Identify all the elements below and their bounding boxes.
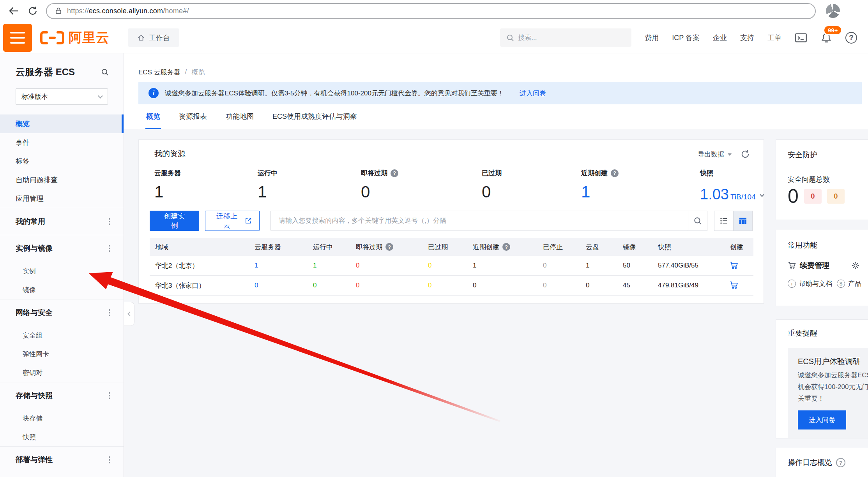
nav-item-support[interactable]: 支持 [740, 33, 754, 42]
list-view-button[interactable] [714, 211, 734, 231]
cloudshell-button[interactable] [795, 32, 807, 43]
cell-expiring[interactable]: 0 [350, 282, 423, 289]
banner-survey-link[interactable]: 进入问卷 [520, 89, 546, 98]
cell-expiring[interactable]: 0 [350, 262, 423, 269]
enter-survey-button[interactable]: 进入问卷 [798, 410, 846, 429]
survey-banner: 诚邀您参加云服务器ECS体验调研。仅需3-5分钟，有机会获得100-200元无门… [138, 82, 862, 104]
sidebar: 云服务器 ECS 标准版本 概览 事件 标签 自助问题排查 应用管理 我的常用 … [0, 53, 124, 477]
sidebar-group-deployment-header[interactable]: 部署与弹性 [0, 447, 124, 473]
migrate-button[interactable]: 迁移上云 [205, 211, 260, 231]
renewal-management-link[interactable]: 续费管理 [788, 261, 829, 271]
sidebar-group-network-header[interactable]: 网络与安全 [0, 299, 124, 326]
kebab-menu-icon[interactable] [109, 221, 110, 222]
global-search-input[interactable] [518, 34, 612, 42]
resource-search-button[interactable] [688, 211, 707, 231]
sidebar-title: 云服务器 ECS [16, 66, 75, 78]
tab-overview[interactable]: 概览 [145, 110, 161, 129]
sidebar-group-favorites-header[interactable]: 我的常用 [0, 208, 124, 235]
external-link-icon [245, 217, 252, 224]
sidebar-group-storage-header[interactable]: 存储与快照 [0, 382, 124, 409]
sidebar-group-network: 网络与安全 安全组 弹性网卡 密钥对 [0, 299, 124, 382]
info-icon [148, 88, 159, 98]
sidebar-item-instances[interactable]: 实例 [0, 262, 124, 280]
tab-feature-map[interactable]: 功能地图 [225, 110, 255, 129]
sidebar-item-images[interactable]: 镜像 [0, 280, 124, 299]
kebab-menu-icon[interactable] [109, 312, 110, 313]
nav-item-billing[interactable]: 费用 [645, 33, 659, 42]
sidebar-search-icon[interactable] [101, 68, 109, 76]
help-icon[interactable] [385, 243, 393, 251]
breadcrumb: ECS 云服务器 / 概览 [138, 68, 205, 77]
aliyun-logo[interactable]: 阿里云 [40, 29, 110, 47]
version-select[interactable]: 标准版本 [16, 88, 108, 105]
sidebar-item-app-management[interactable]: 应用管理 [0, 189, 124, 208]
refresh-button[interactable] [740, 149, 750, 159]
browser-back-button[interactable] [8, 5, 19, 17]
tab-resource-report[interactable]: 资源报表 [178, 110, 208, 129]
cell-disks: 0 [580, 282, 617, 289]
sidebar-item-overview[interactable]: 概览 [0, 114, 124, 133]
col-stopped: 已停止 [537, 243, 580, 252]
global-search-box[interactable] [500, 28, 631, 47]
notifications-button[interactable]: 99+ [820, 32, 832, 44]
cell-running[interactable]: 0 [308, 282, 350, 289]
kebab-menu-icon[interactable] [109, 459, 110, 461]
workbench-button[interactable]: 工作台 [128, 28, 179, 47]
sidebar-item-troubleshooting[interactable]: 自助问题排查 [0, 171, 124, 189]
usage-link[interactable]: 用 [851, 261, 861, 271]
caret-down-icon [728, 153, 732, 156]
export-data-button[interactable]: 导出数据 [698, 150, 732, 159]
resource-search-input[interactable] [271, 217, 688, 225]
create-instance-button[interactable]: 创建实例 [150, 211, 199, 231]
col-snapshots: 快照 [652, 243, 723, 252]
help-icon[interactable] [836, 458, 845, 467]
sidebar-collapse-handle[interactable] [124, 302, 134, 326]
cell-expired[interactable]: 0 [423, 282, 467, 289]
cell-snapshots: 577.40GiB/55 [652, 262, 723, 269]
help-icon[interactable] [391, 169, 398, 177]
cart-icon [788, 261, 796, 270]
kebab-menu-icon[interactable] [109, 395, 110, 396]
help-docs-link[interactable]: 帮助与文档 [788, 279, 832, 288]
buy-cart-button[interactable] [729, 261, 739, 270]
sidebar-group-instances-header[interactable]: 实例与镜像 [0, 235, 124, 262]
tab-maturity[interactable]: ECS使用成熟度评估与洞察 [272, 110, 358, 129]
cell-expired[interactable]: 0 [423, 262, 467, 269]
hamburger-menu-button[interactable] [3, 24, 32, 52]
lock-icon [55, 7, 62, 15]
help-button[interactable] [845, 32, 857, 44]
pricing-link[interactable]: 产品价格 [837, 279, 861, 288]
browser-extension-icon[interactable] [826, 4, 840, 18]
nav-item-ticket[interactable]: 工单 [767, 33, 781, 42]
my-resources-title: 我的资源 [154, 148, 186, 159]
reminder-title: 重要提醒 [788, 328, 861, 338]
security-total-label: 安全问题总数 [788, 175, 861, 184]
cell-running[interactable]: 1 [308, 262, 350, 269]
my-resources-card: 我的资源 导出数据 云服务器 1 运行中 1 即将过期 0 已过期 0 近期创建… [138, 139, 764, 304]
security-badge-high[interactable]: 0 [804, 189, 822, 204]
sidebar-item-snapshots[interactable]: 快照 [0, 428, 124, 446]
buy-cart-button[interactable] [729, 281, 739, 290]
security-badge-medium[interactable]: 0 [827, 189, 845, 204]
cell-servers[interactable]: 0 [249, 282, 308, 289]
price-icon [837, 280, 845, 288]
help-icon[interactable] [611, 169, 619, 177]
kebab-menu-icon[interactable] [109, 248, 110, 249]
sidebar-item-tags[interactable]: 标签 [0, 152, 124, 171]
browser-reload-button[interactable] [27, 5, 38, 16]
help-icon[interactable] [502, 243, 510, 251]
sidebar-item-security-groups[interactable]: 安全组 [0, 326, 124, 345]
address-bar[interactable]: https://ecs.console.aliyun.com/home#/ [46, 3, 816, 19]
sidebar-item-block-storage[interactable]: 块存储 [0, 409, 124, 428]
grid-view-button[interactable] [733, 211, 753, 231]
sidebar-item-enis[interactable]: 弹性网卡 [0, 345, 124, 363]
url-text: https://ecs.console.aliyun.com/home#/ [67, 7, 189, 15]
sidebar-item-events[interactable]: 事件 [0, 133, 124, 152]
sidebar-item-key-pairs[interactable]: 密钥对 [0, 363, 124, 382]
snapshot-usage-dropdown[interactable]: 1.03 TiB/104 [700, 186, 764, 203]
nav-item-enterprise[interactable]: 企业 [713, 33, 727, 42]
cell-servers[interactable]: 1 [249, 262, 308, 269]
nav-item-icp[interactable]: ICP 备案 [672, 33, 700, 42]
breadcrumb-root[interactable]: ECS 云服务器 [138, 68, 180, 77]
back-arrow-icon [8, 5, 19, 17]
